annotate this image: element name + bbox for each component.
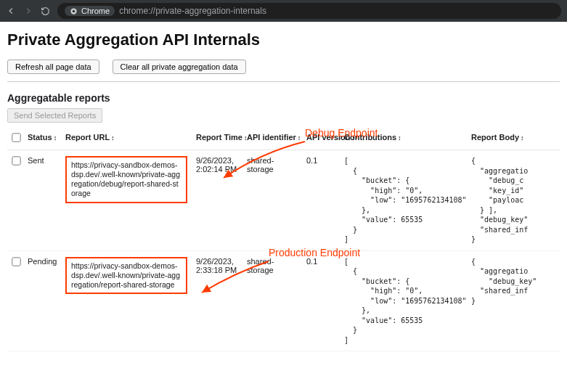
section-heading: Aggregatable reports <box>7 92 560 104</box>
col-status[interactable]: Status↕ <box>23 127 61 150</box>
refresh-button[interactable]: Refresh all page data <box>7 60 99 74</box>
table-row: Sent https://privacy-sandbox-demos-dsp.d… <box>7 150 560 251</box>
col-url[interactable]: Report URL↕ <box>61 127 192 150</box>
row-checkbox[interactable] <box>12 156 20 165</box>
send-selected-button[interactable]: Send Selected Reports <box>7 108 102 123</box>
col-api-ver[interactable]: API version↕ <box>302 127 340 150</box>
api-ver-cell: 0.1 <box>302 150 340 251</box>
body-cell: { "aggregatio "debug_c "key_id" "payloac… <box>467 150 560 251</box>
report-url-cell: https://privacy-sandbox-demos-dsp.dev/.w… <box>65 257 187 294</box>
host-chip: Chrome <box>65 6 115 16</box>
reload-button[interactable] <box>41 7 50 16</box>
time-cell: 9/26/2023, 2:33:18 PM <box>192 250 242 351</box>
select-all-checkbox[interactable] <box>12 133 20 142</box>
report-url-cell: https://privacy-sandbox-demos-dsp.dev/.w… <box>65 156 187 203</box>
forward-button[interactable] <box>23 6 33 16</box>
col-body[interactable]: Report Body↕ <box>467 127 560 150</box>
address-bar[interactable]: Chrome chrome://private-aggregation-inte… <box>57 3 561 19</box>
browser-chrome: Chrome chrome://private-aggregation-inte… <box>0 0 567 22</box>
time-cell: 9/26/2023, 2:02:14 PM <box>192 150 242 251</box>
reports-table: Status↕ Report URL↕ Report Time↕ API ide… <box>7 127 560 351</box>
contrib-cell: [ { "bucket": { "high": "0", "low": "169… <box>340 250 467 351</box>
clear-button[interactable]: Clear all private aggregation data <box>113 60 246 74</box>
col-api-id[interactable]: API identifier↕ <box>242 127 302 150</box>
row-checkbox[interactable] <box>12 257 20 266</box>
status-cell: Sent <box>23 150 61 251</box>
host-chip-label: Chrome <box>81 7 110 15</box>
url-text: chrome://private-aggregation-internals <box>119 6 266 16</box>
contrib-cell: [ { "bucket": { "high": "0", "low": "169… <box>340 150 467 251</box>
status-cell: Pending <box>23 250 61 351</box>
col-contrib[interactable]: Contributions↕ <box>340 127 467 150</box>
page-title: Private Aggregation API Internals <box>7 30 560 49</box>
divider <box>7 81 560 82</box>
chrome-icon <box>70 7 78 15</box>
api-id-cell: shared-storage <box>242 150 302 251</box>
body-cell: { "aggregatio "debug_key" "shared_inf } <box>467 250 560 351</box>
api-ver-cell: 0.1 <box>302 250 340 351</box>
back-button[interactable] <box>6 6 16 16</box>
svg-point-1 <box>73 9 76 12</box>
col-time[interactable]: Report Time↕ <box>192 127 242 150</box>
api-id-cell: shared-storage <box>242 250 302 351</box>
table-row: Pending https://privacy-sandbox-demos-ds… <box>7 250 560 351</box>
